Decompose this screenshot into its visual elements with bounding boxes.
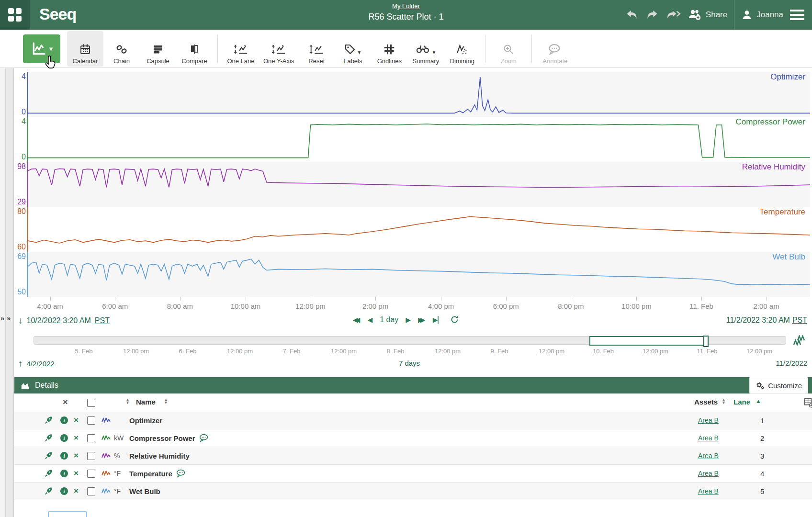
rocket-icon[interactable] [44, 465, 53, 482]
toolbar-button-annotate[interactable]: Annotate [537, 31, 573, 67]
toolbar-button-one-y-axis[interactable]: One Y-Axis [259, 31, 298, 67]
row-checkbox[interactable] [87, 483, 95, 500]
toolbar-button-zoom[interactable]: Zoom [490, 31, 527, 67]
nav-first-icon[interactable]: ◀◀ [353, 316, 361, 324]
asset-link[interactable]: Area B [698, 429, 719, 447]
row-checkbox[interactable] [87, 429, 95, 447]
series-label-compressor-power[interactable]: Compressor Power [736, 117, 806, 127]
toolbar-button-compare[interactable]: Compare [176, 31, 213, 67]
toolbar-button-capsule[interactable]: Capsule [140, 31, 176, 67]
rocket-icon[interactable] [44, 447, 53, 464]
signal-name[interactable]: Wet Bulb [129, 483, 160, 500]
toolbar-button-gridlines[interactable]: Gridlines [371, 31, 407, 67]
share-button[interactable]: Share [688, 9, 727, 21]
add-column-icon[interactable] [803, 397, 812, 408]
sort-assets-icon[interactable]: ▲▼ [722, 399, 726, 404]
toolbar-button-reset[interactable]: Reset [298, 31, 335, 67]
column-header-assets[interactable]: Assets [694, 398, 718, 406]
remove-icon[interactable]: × [74, 465, 79, 482]
investigate-range-end[interactable]: 11/2/2022 [776, 359, 807, 367]
signal-name[interactable]: Optimizer [129, 412, 162, 429]
duration-label[interactable]: 1 day [380, 315, 398, 324]
nav-to-end-icon[interactable]: ▶▏ [433, 316, 443, 324]
trend-view-picker-button[interactable]: ▾ [23, 34, 60, 63]
series-line-relative-humidity [28, 162, 810, 207]
row-checkbox[interactable] [87, 412, 95, 429]
lane-plot-area[interactable]: Optimizer [27, 72, 810, 117]
row-checkbox[interactable] [87, 447, 95, 464]
sort-name-icon[interactable]: ▲▼ [164, 399, 168, 404]
user-menu[interactable]: Joanna [741, 9, 783, 21]
investigate-range-start[interactable]: 4/2/2022 [27, 360, 55, 368]
rocket-icon[interactable] [44, 412, 53, 429]
lane-plot-area[interactable]: Compressor Power [27, 117, 810, 162]
signal-squiggle-icon [102, 412, 111, 429]
remove-icon[interactable]: × [74, 412, 79, 429]
undo-icon[interactable] [625, 8, 639, 22]
unit-label: % [114, 447, 120, 464]
signal-name[interactable]: Temperature [129, 465, 186, 482]
lane-plot-area[interactable]: Wet Bulb [27, 252, 810, 297]
nav-previous-icon[interactable]: ◀ [367, 316, 372, 324]
toolbar-button-calendar[interactable]: Calendar [67, 31, 103, 67]
column-header-name[interactable]: Name [136, 398, 156, 406]
timeline-track[interactable] [34, 336, 786, 345]
toolbar-button-dimming[interactable]: Dimming [444, 31, 480, 67]
hamburger-menu-icon[interactable] [790, 10, 804, 20]
signal-name[interactable]: Compressor Power [129, 429, 209, 447]
series-label-temperature[interactable]: Temperature [760, 207, 805, 217]
toolbar-button-chain[interactable]: Chain [103, 31, 140, 67]
x-axis-tick [701, 297, 702, 301]
y-axis-tick-label: 4 [22, 118, 26, 125]
timezone-link[interactable]: PST [95, 316, 110, 325]
toolbar-button-summary[interactable]: ▼Summary [407, 31, 444, 67]
toolbar-divider [531, 35, 532, 63]
sort-type-icon[interactable]: ▲▼ [125, 399, 130, 404]
lane-plot-area[interactable]: Relative Humidity [27, 162, 810, 207]
remove-icon[interactable]: × [74, 429, 79, 447]
info-icon[interactable]: i [60, 447, 68, 464]
timeline-selection[interactable] [589, 336, 708, 346]
column-header-lane[interactable]: Lane [733, 398, 750, 406]
remove-icon[interactable]: × [74, 447, 79, 464]
display-range-start[interactable]: 10/2/2022 3:20 AM [27, 316, 91, 325]
redo-all-icon[interactable] [665, 8, 681, 22]
rocket-icon[interactable] [44, 483, 53, 500]
sort-lane-asc-icon[interactable]: ▲ [756, 398, 761, 405]
y-axis-tick-label: 0 [22, 108, 26, 116]
redo-icon[interactable] [645, 8, 659, 22]
display-range-end[interactable]: 11/2/2022 3:20 AM [726, 316, 790, 325]
row-checkbox[interactable] [87, 465, 95, 482]
lane-plot-area[interactable]: Temperature [27, 207, 810, 252]
info-icon[interactable]: i [60, 429, 68, 447]
toolbar-button-labels[interactable]: ▼Labels [335, 31, 371, 67]
nav-next-icon[interactable]: ▶ [406, 316, 411, 324]
timezone-link[interactable]: PST [792, 316, 807, 325]
remove-icon[interactable]: × [74, 483, 79, 500]
comment-icon[interactable] [199, 434, 209, 442]
series-label-relative-humidity[interactable]: Relative Humidity [742, 162, 805, 172]
info-icon[interactable]: i [60, 483, 68, 500]
refresh-icon[interactable] [450, 315, 459, 324]
series-label-optimizer[interactable]: Optimizer [770, 72, 805, 82]
rocket-icon[interactable] [44, 429, 53, 447]
asset-link[interactable]: Area B [698, 447, 719, 464]
investigate-duration[interactable]: 7 days [399, 359, 420, 367]
signal-name[interactable]: Relative Humidity [129, 447, 190, 464]
breadcrumb[interactable]: My Folder [368, 2, 443, 10]
remove-all-icon[interactable]: × [63, 397, 68, 407]
home-button[interactable] [0, 0, 30, 30]
asset-link[interactable]: Area B [698, 412, 719, 429]
info-icon[interactable]: i [60, 412, 68, 429]
customize-button[interactable]: Customize [749, 377, 808, 394]
comment-icon[interactable] [176, 469, 186, 478]
capsule-time-icon[interactable] [793, 335, 805, 346]
timeline-selection-handle[interactable] [703, 336, 709, 347]
select-all-checkbox[interactable] [87, 399, 95, 407]
toolbar-button-one-lane[interactable]: One Lane [223, 31, 259, 67]
nav-fast-forward-icon[interactable]: ▶▶ [418, 316, 426, 324]
series-label-wet-bulb[interactable]: Wet Bulb [772, 252, 805, 262]
info-icon[interactable]: i [60, 465, 68, 482]
asset-link[interactable]: Area B [698, 483, 719, 500]
asset-link[interactable]: Area B [698, 465, 719, 482]
